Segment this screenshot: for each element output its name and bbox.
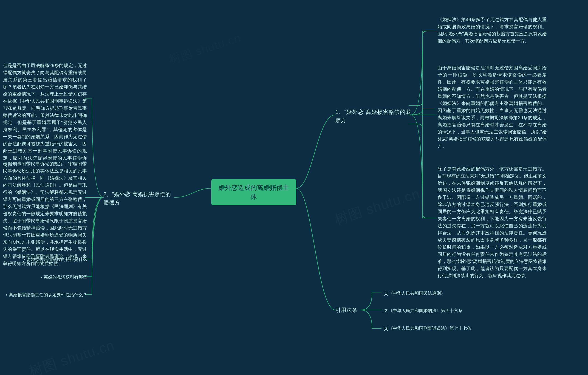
node-b3-p1-text: 但是是否由于司法解释29条的规定，无过错配偶方就丧失了向与其配偶有重婚或同居关系… bbox=[3, 63, 87, 168]
node-b1-p2-text: 由于离婚损害赔偿是法律对无过错方因离婚受损所给予的一种赔偿。所以离婚是请求该赔偿… bbox=[438, 65, 547, 149]
citation-2-text: [2]《中华人民共和国婚姻法》第四十六条 bbox=[384, 308, 462, 313]
branch-right-2[interactable]: 引用法条 bbox=[335, 306, 363, 314]
citation-1[interactable]: [1]《中华人民共和国民法通则》 bbox=[384, 290, 475, 296]
node-b3-c3-text: 离婚损害赔偿责任的认定要件包括什么？ bbox=[9, 292, 87, 297]
citation-2[interactable]: [2]《中华人民共和国婚姻法》第四十六条 bbox=[384, 307, 498, 314]
node-b1-p3[interactable]: 除了是有效婚姻的配偶方外，该方还需是无过错方。目前现有的立法未对"无过错"作明确… bbox=[438, 165, 547, 279]
watermark: 树图 shutu.cn bbox=[332, 184, 422, 229]
node-b3-c3[interactable]: 离婚损害赔偿责任的认定要件包括什么？ bbox=[3, 292, 87, 298]
node-b1-p3-text: 除了是有效婚姻的配偶方外，该方还需是无过错方。目前现有的立法未对"无过错"作明确… bbox=[438, 166, 547, 278]
node-b1-p1[interactable]: 《婚姻法》第46条赋予了无过错方在其配偶与他人重婚或同居而致离婚的情况下，请求损… bbox=[438, 16, 547, 44]
center-topic[interactable]: 婚外恋造成的离婚赔偿主体 bbox=[211, 179, 296, 205]
watermark: 树图 shutu.cn bbox=[27, 336, 117, 375]
branch-left-1-label: 2、"婚外恋"离婚损害赔偿的赔偿方 bbox=[103, 191, 171, 206]
branch-right-2-label: 引用法条 bbox=[335, 307, 357, 313]
node-b3-p2-text: 根据刑事附带民事诉讼的规定，审理附带民事诉讼所适用的实体法应是相关的民事方面的具… bbox=[3, 161, 87, 266]
node-b3-c2[interactable]: 离婚的救济权利有哪些 bbox=[32, 274, 87, 280]
center-topic-label: 婚外恋造成的离婚赔偿主体 bbox=[219, 184, 289, 200]
watermark: 树图 shutu.cn bbox=[167, 30, 243, 68]
citation-1-text: [1]《中华人民共和国民法通则》 bbox=[384, 291, 445, 296]
node-b3-c1-text: 离婚损害赔偿制度的特征是什么 bbox=[26, 257, 87, 262]
mindmap-canvas: 树图 shutu.cn 树图 shutu.cn 树图 shutu.cn bbox=[0, 0, 588, 375]
node-b3-c1[interactable]: 离婚损害赔偿制度的特征是什么 bbox=[16, 256, 87, 263]
node-b1-p1-text: 《婚姻法》第46条赋予了无过错方在其配偶与他人重婚或同居而致离婚的情况下，请求损… bbox=[438, 17, 547, 43]
branch-right-1-label: 1、"婚外恋"离婚损害赔偿的获赔方 bbox=[335, 109, 411, 123]
node-b1-p2[interactable]: 由于离婚损害赔偿是法律对无过错方因离婚受损所给予的一种赔偿。所以离婚是请求该赔偿… bbox=[438, 64, 547, 150]
branch-right-1[interactable]: 1、"婚外恋"离婚损害赔偿的获赔方 bbox=[335, 108, 411, 125]
citation-3-text: [3]《中华人民共和国刑事诉讼法》第七十七条 bbox=[384, 326, 471, 331]
citation-3[interactable]: [3]《中华人民共和国刑事诉讼法》第七十七条 bbox=[384, 325, 492, 332]
node-b3-c2-text: 离婚的救济权利有哪些 bbox=[44, 275, 87, 280]
node-b3-p2[interactable]: 根据刑事附带民事诉讼的规定，审理附带民事诉讼所适用的实体法应是相关的民事方面的具… bbox=[3, 160, 87, 267]
node-b3-p1[interactable]: 但是是否由于司法解释29条的规定，无过错配偶方就丧失了向与其配偶有重婚或同居关系… bbox=[3, 62, 87, 169]
branch-left-1[interactable]: 2、"婚外恋"离婚损害赔偿的赔偿方 bbox=[103, 190, 176, 207]
